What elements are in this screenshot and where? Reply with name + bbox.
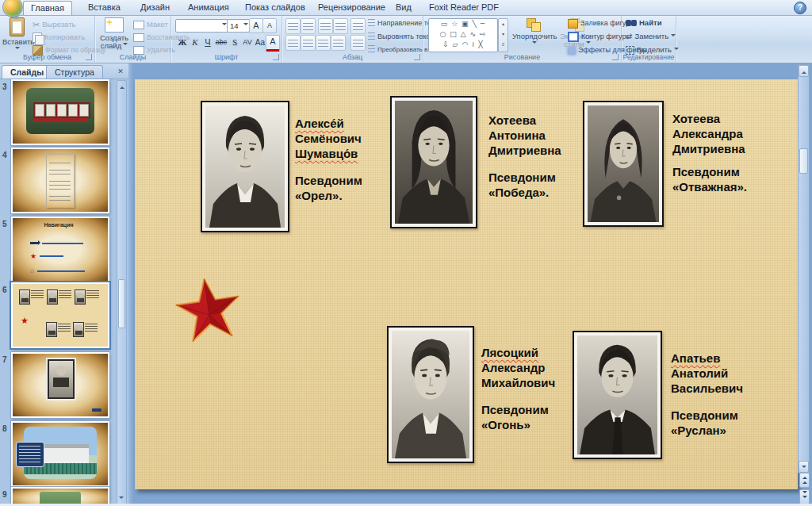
indent-left-icon	[320, 23, 331, 32]
photo-apatyev[interactable]	[573, 331, 662, 459]
align-center-icon	[303, 40, 313, 48]
slide-number: 8	[2, 424, 7, 433]
numbering-button[interactable]	[301, 18, 316, 34]
scissors-icon: ✂	[33, 19, 40, 30]
nav-slide-title: Навигация	[13, 222, 105, 228]
group-label-editing: Редактирование	[622, 53, 676, 61]
bullets-icon	[288, 23, 298, 32]
photo-lyasotsky[interactable]	[387, 326, 474, 463]
increase-indent-button[interactable]	[333, 18, 348, 34]
justify-button[interactable]	[331, 35, 346, 51]
slide-thumbnail-8[interactable]: 8	[0, 421, 128, 487]
office-button[interactable]	[2, 0, 23, 17]
tab-animations[interactable]: Анимация	[181, 1, 236, 14]
columns-button[interactable]	[350, 35, 366, 51]
scroll-down-icon[interactable]	[119, 496, 124, 501]
replace-button[interactable]: ⇄Заменить	[626, 31, 676, 42]
shrink-font-button[interactable]: А	[262, 18, 277, 33]
dialog-launcher-icon[interactable]	[612, 54, 619, 60]
underline-button[interactable]: Ч	[201, 35, 215, 50]
scroll-up-icon[interactable]	[120, 84, 124, 89]
caption-khoteeva-antonina[interactable]: Хотеева Антонина Дмитриевна Псевдоним «П…	[488, 113, 571, 200]
tab-insert[interactable]: Вставка	[81, 1, 128, 14]
panel-scrollbar[interactable]	[117, 80, 127, 506]
dialog-launcher-icon[interactable]	[273, 54, 279, 60]
tab-outline[interactable]: Структура	[46, 65, 103, 79]
scroll-up-button[interactable]	[799, 65, 809, 77]
slides-panel: Слайды Структура ✕ 3 4 5 Навигация ★ ⌂ 6	[0, 63, 128, 506]
shape-outline-icon	[568, 32, 579, 42]
tab-foxit[interactable]: Foxit Reader PDF	[422, 1, 506, 14]
align-center-button[interactable]	[301, 35, 316, 51]
font-color-button[interactable]: А	[266, 35, 280, 52]
portrait-photo-4	[392, 331, 469, 458]
strikethrough-button[interactable]: abc	[214, 35, 228, 50]
help-button[interactable]: ?	[794, 2, 806, 14]
tab-slides-thumbnails[interactable]: Слайды	[2, 65, 52, 79]
close-panel-icon[interactable]: ✕	[116, 67, 125, 76]
portrait-thumb	[48, 359, 75, 399]
tab-slideshow[interactable]: Показ слайдов	[238, 1, 312, 14]
shapes-row: ⇩ ▱ ◠ ≀ ╳	[429, 40, 497, 50]
group-paragraph: Направление текста Выровнять текст Преоб…	[282, 16, 423, 62]
slide-canvas[interactable]: Алексе́й Семёнович Шумавцо́в Псевдоним «…	[135, 79, 798, 489]
portrait-photo-2	[395, 101, 473, 224]
next-slide-button[interactable]	[799, 489, 810, 504]
tab-review[interactable]: Рецензирование	[311, 1, 393, 14]
caption-lyasotsky[interactable]: Лясоцкий Александр Михайлович Псевдоним …	[481, 345, 564, 432]
font-name-combo[interactable]	[175, 19, 228, 33]
slide-number: 6	[2, 286, 7, 294]
group-label-paragraph: Абзац	[282, 53, 423, 61]
slide-thumbnail-4[interactable]: 4	[0, 148, 128, 213]
caption-apatyev[interactable]: Апатьев Анатолий Васильевич Псевдоним «Р…	[671, 351, 753, 438]
caption-khoteeva-aleksandra[interactable]: Хотеева Александра Дмитриевна Псевдоним …	[672, 111, 755, 194]
house-icon: ⌂	[30, 267, 34, 274]
tab-view[interactable]: Вид	[389, 1, 419, 14]
portrait-photo-5	[577, 335, 657, 454]
cut-button[interactable]: ✂Вырезать	[33, 19, 75, 30]
panel-scroll-thumb[interactable]	[118, 279, 125, 328]
new-slide-button[interactable]: Создатьслайд	[98, 17, 130, 50]
main-scrollbar[interactable]	[798, 64, 810, 473]
slide-number: 9	[2, 490, 7, 499]
dialog-launcher-icon[interactable]	[86, 54, 92, 60]
caption-shumavtsov[interactable]: Алексе́й Семёнович Шумавцо́в Псевдоним «…	[295, 116, 377, 203]
previous-slide-button[interactable]	[799, 473, 810, 488]
find-button[interactable]: Найти	[626, 17, 661, 29]
slide-thumbnail-3[interactable]: 3	[0, 79, 128, 145]
columns-icon	[353, 40, 363, 48]
slide-thumbnail-5[interactable]: 5 Навигация ★ ⌂	[0, 217, 128, 282]
editing-area: Алексе́й Семёнович Шумавцо́в Псевдоним «…	[133, 63, 812, 506]
align-right-button[interactable]	[316, 35, 331, 51]
font-size-combo[interactable]: 14	[227, 19, 250, 33]
layout-button[interactable]: Макет	[133, 19, 168, 30]
slide-thumbnail-6-selected[interactable]: 6 ★	[0, 282, 128, 351]
bullets-button[interactable]	[285, 18, 301, 34]
decrease-indent-button[interactable]	[318, 18, 333, 34]
slide-thumbnail-7[interactable]: 7	[0, 352, 128, 418]
dialog-launcher-icon[interactable]	[414, 54, 420, 60]
photo-khoteeva-antonina[interactable]	[390, 96, 477, 228]
photo-shumavtsov[interactable]	[201, 101, 289, 232]
arrange-button[interactable]: Упорядочить	[512, 18, 555, 48]
copy-button[interactable]: Копировать	[33, 32, 85, 43]
align-left-icon	[288, 40, 298, 48]
align-text-icon	[368, 33, 375, 41]
photo-khoteeva-aleksandra[interactable]	[583, 101, 664, 227]
red-star-shape[interactable]	[170, 270, 247, 349]
group-clipboard: Вставить ✂Вырезать Копировать Формат по …	[0, 16, 95, 62]
group-label-slides: Слайды	[95, 53, 170, 61]
ribbon: Вставить ✂Вырезать Копировать Формат по …	[0, 16, 812, 63]
arrange-icon	[527, 18, 541, 31]
tab-home[interactable]: Главная	[23, 1, 72, 15]
scroll-down-button[interactable]	[799, 461, 809, 473]
grow-font-button[interactable]: А	[249, 18, 263, 33]
line-spacing-button[interactable]	[350, 18, 366, 34]
align-left-button[interactable]	[285, 35, 301, 51]
main-scroll-thumb[interactable]	[799, 148, 808, 174]
shapes-scroll[interactable]: ▴▾≡	[498, 18, 508, 52]
shapes-gallery[interactable]: ▭ ☆ ▣ ╲ ─ ○ □ △ ∿ ⇨ ⇩ ▱ ◠ ≀ ╳	[428, 18, 498, 52]
thumbnail-image: ★	[11, 282, 109, 348]
paste-button[interactable]: Вставить	[2, 17, 31, 54]
tab-design[interactable]: Дизайн	[133, 1, 177, 14]
